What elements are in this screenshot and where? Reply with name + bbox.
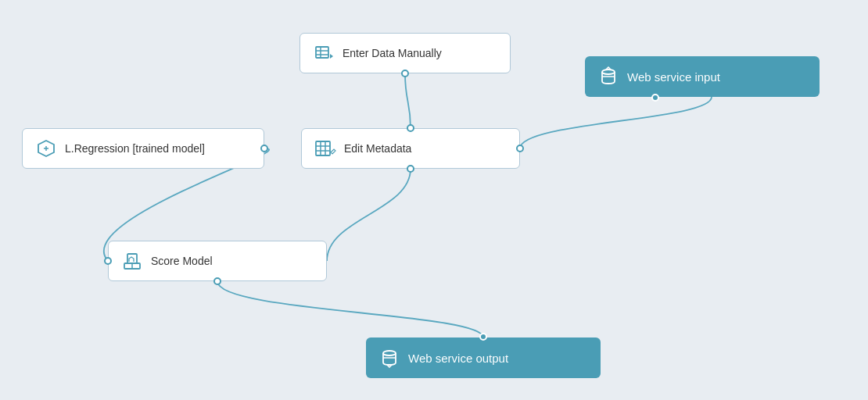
l-regression-label: L.Regression [trained model] bbox=[65, 142, 205, 155]
enter-data-manually-node[interactable]: Enter Data Manually bbox=[299, 33, 511, 73]
l-regression-node[interactable]: L.Regression [trained model] bbox=[22, 128, 264, 169]
l-regression-icon bbox=[35, 138, 57, 159]
web-service-output-label: Web service output bbox=[408, 352, 508, 365]
svg-rect-0 bbox=[316, 47, 328, 58]
score-model-bottom-port bbox=[213, 277, 221, 285]
svg-point-18 bbox=[383, 351, 396, 355]
score-model-label: Score Model bbox=[151, 255, 213, 267]
web-service-input-label: Web service input bbox=[627, 70, 720, 84]
edit-metadata-top-port bbox=[407, 124, 414, 132]
web-service-output-node[interactable]: Web service output bbox=[366, 338, 601, 378]
web-service-input-bottom-port bbox=[651, 94, 659, 102]
score-model-node[interactable]: Score Model bbox=[108, 241, 327, 281]
svg-point-5 bbox=[602, 70, 615, 74]
edit-metadata-node[interactable]: Edit Metadata bbox=[301, 128, 520, 169]
web-service-input-node[interactable]: Web service input bbox=[585, 56, 820, 97]
score-model-left-port bbox=[104, 257, 112, 265]
svg-marker-4 bbox=[330, 54, 333, 59]
web-service-output-icon bbox=[378, 347, 400, 369]
score-model-icon bbox=[121, 250, 143, 272]
l-regression-right-port bbox=[260, 145, 268, 152]
svg-rect-10 bbox=[316, 141, 330, 155]
edit-metadata-bottom-port bbox=[407, 165, 414, 173]
web-service-input-icon bbox=[597, 66, 619, 88]
web-service-output-top-port bbox=[479, 333, 487, 341]
edit-metadata-right-port bbox=[516, 145, 524, 152]
enter-data-label: Enter Data Manually bbox=[343, 47, 442, 59]
enter-data-icon bbox=[313, 42, 335, 64]
edit-metadata-label: Edit Metadata bbox=[344, 142, 411, 155]
edit-metadata-icon bbox=[314, 138, 336, 159]
enter-data-bottom-port bbox=[401, 70, 409, 77]
